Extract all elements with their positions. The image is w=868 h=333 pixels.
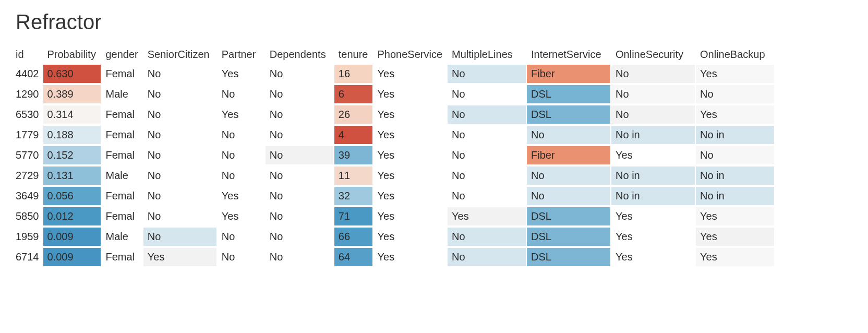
col-header[interactable]: gender (102, 46, 142, 63)
cell-phoneservice: Yes (373, 146, 447, 164)
cell-seniorcitizen: No (143, 207, 216, 225)
cell-phoneservice: Yes (373, 126, 447, 144)
cell-internetservice: No (527, 126, 610, 144)
cell-id: 1290 (11, 85, 42, 103)
col-header[interactable]: id (11, 46, 42, 63)
cell-multiplelines: No (448, 166, 526, 185)
cell-dependents: No (266, 248, 333, 266)
cell-id: 6530 (11, 105, 42, 124)
table-row[interactable]: 65300.314FemalNoYesNo26YesNoDSLNoYes (11, 105, 774, 124)
cell-gender: Femal (102, 146, 142, 164)
cell-multiplelines: No (448, 146, 526, 164)
cell-tenure: 6 (334, 85, 372, 103)
cell-partner: Yes (218, 207, 264, 225)
cell-gender: Femal (102, 207, 142, 225)
table-row[interactable]: 44020.630FemalNoYesNo16YesNoFiberNoYes (11, 65, 774, 83)
cell-seniorcitizen: No (143, 146, 216, 164)
cell-gender: Male (102, 166, 142, 185)
cell-multiplelines: No (448, 228, 526, 246)
cell-dependents: No (266, 166, 333, 185)
cell-partner: Yes (218, 105, 264, 124)
cell-partner: No (218, 146, 264, 164)
cell-tenure: 66 (334, 228, 372, 246)
cell-onlinebackup: No in (696, 187, 774, 205)
cell-onlinesecurity: No (611, 85, 695, 103)
table-row[interactable]: 19590.009MaleNoNoNo66YesNoDSLYesYes (11, 228, 774, 246)
cell-onlinebackup: Yes (696, 248, 774, 266)
cell-tenure: 32 (334, 187, 372, 205)
cell-tenure: 16 (334, 65, 372, 83)
cell-internetservice: DSL (527, 105, 610, 124)
cell-probability: 0.389 (43, 85, 101, 103)
cell-multiplelines: No (448, 105, 526, 124)
cell-probability: 0.056 (43, 187, 101, 205)
cell-onlinesecurity: No (611, 105, 695, 124)
table-row[interactable]: 36490.056FemalNoYesNo32YesNoNoNo inNo in (11, 187, 774, 205)
table-row[interactable]: 27290.131MaleNoNoNo11YesNoNoNo inNo in (11, 166, 774, 185)
cell-phoneservice: Yes (373, 228, 447, 246)
col-header[interactable]: OnlineBackup (696, 46, 774, 63)
col-header[interactable]: InternetService (527, 46, 610, 63)
cell-tenure: 4 (334, 126, 372, 144)
table-row[interactable]: 58500.012FemalNoYesNo71YesYesDSLYesYes (11, 207, 774, 225)
cell-partner: No (218, 126, 264, 144)
cell-onlinebackup: No (696, 146, 774, 164)
cell-onlinebackup: No in (696, 126, 774, 144)
cell-seniorcitizen: No (143, 126, 216, 144)
page-title: Refractor (16, 10, 858, 34)
header-row: id Probability gender SeniorCitizen Part… (11, 46, 774, 63)
cell-gender: Femal (102, 105, 142, 124)
cell-phoneservice: Yes (373, 207, 447, 225)
cell-probability: 0.188 (43, 126, 101, 144)
cell-seniorcitizen: No (143, 228, 216, 246)
cell-tenure: 71 (334, 207, 372, 225)
cell-phoneservice: Yes (373, 187, 447, 205)
cell-seniorcitizen: No (143, 166, 216, 185)
cell-id: 6714 (11, 248, 42, 266)
cell-id: 1779 (11, 126, 42, 144)
cell-multiplelines: No (448, 126, 526, 144)
cell-partner: No (218, 228, 264, 246)
cell-probability: 0.009 (43, 248, 101, 266)
cell-partner: Yes (218, 65, 264, 83)
cell-tenure: 64 (334, 248, 372, 266)
table-row[interactable]: 67140.009FemalYesNoNo64YesNoDSLYesYes (11, 248, 774, 266)
cell-internetservice: No (527, 187, 610, 205)
col-header[interactable]: Dependents (266, 46, 333, 63)
cell-dependents: No (266, 187, 333, 205)
col-header[interactable]: tenure (334, 46, 372, 63)
cell-seniorcitizen: No (143, 187, 216, 205)
cell-internetservice: Fiber (527, 65, 610, 83)
cell-seniorcitizen: No (143, 105, 216, 124)
cell-seniorcitizen: No (143, 85, 216, 103)
cell-onlinesecurity: Yes (611, 248, 695, 266)
col-header[interactable]: OnlineSecurity (611, 46, 695, 63)
cell-gender: Femal (102, 65, 142, 83)
cell-dependents: No (266, 207, 333, 225)
cell-id: 2729 (11, 166, 42, 185)
cell-dependents: No (266, 65, 333, 83)
col-header[interactable]: Partner (218, 46, 264, 63)
cell-phoneservice: Yes (373, 105, 447, 124)
col-header[interactable]: PhoneService (373, 46, 447, 63)
table-row[interactable]: 12900.389MaleNoNoNo6YesNoDSLNoNo (11, 85, 774, 103)
col-header[interactable]: MultipleLines (448, 46, 526, 63)
col-header[interactable]: Probability (43, 46, 101, 63)
cell-partner: Yes (218, 187, 264, 205)
cell-id: 1959 (11, 228, 42, 246)
cell-internetservice: No (527, 166, 610, 185)
cell-onlinesecurity: No in (611, 187, 695, 205)
cell-gender: Femal (102, 248, 142, 266)
cell-onlinebackup: Yes (696, 207, 774, 225)
refractor-table: id Probability gender SeniorCitizen Part… (10, 44, 775, 268)
cell-multiplelines: Yes (448, 207, 526, 225)
col-header[interactable]: SeniorCitizen (143, 46, 216, 63)
cell-seniorcitizen: Yes (143, 248, 216, 266)
table-row[interactable]: 57700.152FemalNoNoNo39YesNoFiberYesNo (11, 146, 774, 164)
cell-internetservice: DSL (527, 207, 610, 225)
cell-onlinesecurity: Yes (611, 228, 695, 246)
cell-phoneservice: Yes (373, 65, 447, 83)
cell-internetservice: DSL (527, 248, 610, 266)
table-row[interactable]: 17790.188FemalNoNoNo4YesNoNoNo inNo in (11, 126, 774, 144)
cell-onlinebackup: No (696, 85, 774, 103)
